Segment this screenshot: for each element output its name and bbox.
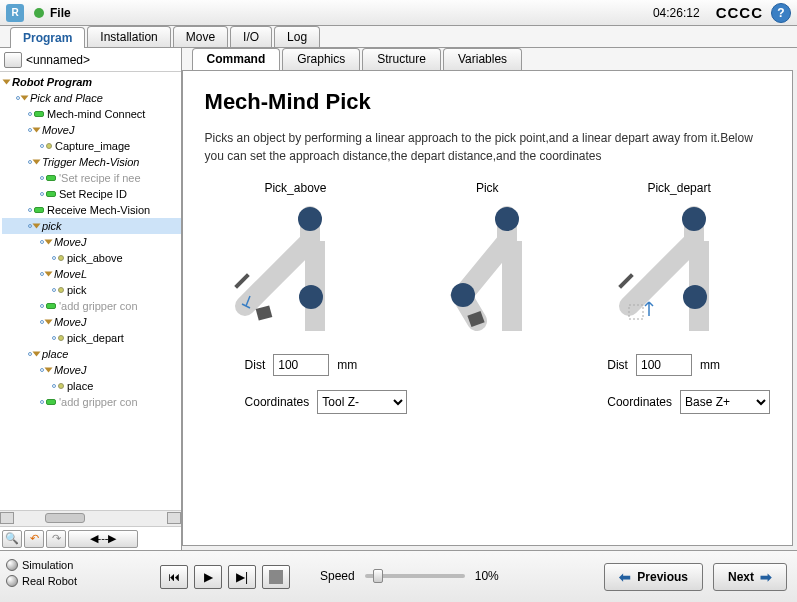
tri-icon — [45, 320, 53, 325]
tree-node[interactable]: MoveJ — [2, 122, 181, 138]
tree-label: MoveJ — [54, 314, 86, 330]
move-step-button[interactable]: ◀---▶ — [68, 530, 138, 548]
speed-label: Speed — [320, 569, 355, 583]
command-description: Picks an object by performing a linear a… — [205, 129, 770, 165]
tree-label: Mech-mind Connect — [47, 106, 145, 122]
tree-node[interactable]: place — [2, 346, 181, 362]
tri-icon — [21, 96, 29, 101]
tree-node[interactable]: Receive Mech-Vision — [2, 202, 181, 218]
svg-rect-12 — [618, 273, 634, 289]
diagram-label-approach: Pick_above — [205, 181, 387, 195]
previous-button[interactable]: ⬅Previous — [604, 563, 703, 591]
tri-icon — [33, 352, 41, 357]
depart-dist-input[interactable] — [636, 354, 692, 376]
tree-label: Set Recipe ID — [59, 186, 127, 202]
tree-node[interactable]: Trigger Mech-Vision — [2, 154, 181, 170]
main-tabs: ProgramInstallationMoveI/OLog — [0, 26, 797, 48]
tree-node[interactable]: pick — [2, 282, 181, 298]
simulation-radio[interactable] — [6, 559, 18, 571]
dist-label-approach: Dist — [245, 358, 266, 372]
tree-node[interactable]: Robot Program — [2, 74, 181, 90]
dot-icon — [46, 143, 52, 149]
play-button[interactable]: ▶ — [194, 565, 222, 589]
svg-point-6 — [495, 207, 519, 231]
command-tabs: CommandGraphicsStructureVariables — [182, 48, 797, 70]
approach-coord-select[interactable]: Tool Z- — [317, 390, 407, 414]
tree-label: 'add gripper con — [59, 394, 138, 410]
sub-tab-variables[interactable]: Variables — [443, 48, 522, 70]
real-robot-radio[interactable] — [6, 575, 18, 587]
dot-icon — [58, 255, 64, 261]
grn-icon — [46, 399, 56, 405]
main-tab-i/o[interactable]: I/O — [230, 26, 272, 47]
next-button[interactable]: Next➡ — [713, 563, 787, 591]
grn-icon — [46, 191, 56, 197]
tree-node[interactable]: pick — [2, 218, 181, 234]
diagram-label-depart: Pick_depart — [588, 181, 770, 195]
tree-node[interactable]: Mech-mind Connect — [2, 106, 181, 122]
undo-button[interactable]: ↶ — [24, 530, 44, 548]
tree-node[interactable]: MoveL — [2, 266, 181, 282]
tree-node[interactable]: pick_depart — [2, 330, 181, 346]
horizontal-scrollbar[interactable] — [0, 510, 181, 526]
tree-label: Receive Mech-Vision — [47, 202, 150, 218]
speed-slider[interactable] — [365, 574, 465, 578]
footer-bar: Simulation Real Robot ⏮ ▶ ▶| Speed 10% ⬅… — [0, 550, 797, 602]
tree-label: 'Set recipe if nee — [59, 170, 141, 186]
tree-label: MoveJ — [54, 234, 86, 250]
tree-node[interactable]: place — [2, 378, 181, 394]
tree-node[interactable]: pick_above — [2, 250, 181, 266]
tree-node[interactable]: MoveJ — [2, 362, 181, 378]
redo-button[interactable]: ↷ — [46, 530, 66, 548]
tree-node[interactable]: Pick and Place — [2, 90, 181, 106]
tree-label: Pick and Place — [30, 90, 103, 106]
coord-label-approach: Coordinates — [245, 395, 310, 409]
tree-node[interactable]: Set Recipe ID — [2, 186, 181, 202]
step-button[interactable]: ▶| — [228, 565, 256, 589]
real-robot-label: Real Robot — [22, 575, 77, 587]
help-button[interactable]: ? — [771, 3, 791, 23]
robot-depart-icon — [599, 201, 759, 331]
tri-icon — [33, 224, 41, 229]
tree-node[interactable]: Capture_image — [2, 138, 181, 154]
rewind-button[interactable]: ⏮ — [160, 565, 188, 589]
tri-icon — [45, 240, 53, 245]
tree-label: Capture_image — [55, 138, 130, 154]
tree-label: MoveL — [54, 266, 87, 282]
svg-point-1 — [298, 207, 322, 231]
tree-node[interactable]: 'Set recipe if nee — [2, 170, 181, 186]
tri-icon — [45, 272, 53, 277]
file-menu[interactable]: File — [50, 6, 71, 20]
dot-icon — [58, 335, 64, 341]
tree-label: pick_depart — [67, 330, 124, 346]
tree-label: pick — [67, 282, 87, 298]
tree-node[interactable]: MoveJ — [2, 314, 181, 330]
command-title: Mech-Mind Pick — [205, 89, 770, 115]
tree-label: place — [42, 346, 68, 362]
tree-label: pick_above — [67, 250, 123, 266]
main-tab-program[interactable]: Program — [10, 27, 85, 48]
unit-mm: mm — [337, 358, 357, 372]
tree-node[interactable]: 'add gripper con — [2, 298, 181, 314]
main-tab-move[interactable]: Move — [173, 26, 228, 47]
main-tab-log[interactable]: Log — [274, 26, 320, 47]
sub-tab-graphics[interactable]: Graphics — [282, 48, 360, 70]
tree-node[interactable]: 'add gripper con — [2, 394, 181, 410]
sub-tab-command[interactable]: Command — [192, 48, 281, 70]
tree-label: MoveJ — [42, 122, 74, 138]
command-panel: Mech-Mind Pick Picks an object by perfor… — [182, 70, 793, 546]
program-name: <unnamed> — [26, 53, 90, 67]
ur-logo-icon: R — [6, 4, 24, 22]
program-tree[interactable]: Robot ProgramPick and PlaceMech-mind Con… — [0, 72, 181, 510]
approach-dist-input[interactable] — [273, 354, 329, 376]
depart-coord-select[interactable]: Base Z+ — [680, 390, 770, 414]
sub-tab-structure[interactable]: Structure — [362, 48, 441, 70]
tree-node[interactable]: MoveJ — [2, 234, 181, 250]
save-icon[interactable] — [4, 52, 22, 68]
top-bar: R File 04:26:12 CCCC ? — [0, 0, 797, 26]
svg-point-10 — [682, 207, 706, 231]
stop-button[interactable] — [262, 565, 290, 589]
main-tab-installation[interactable]: Installation — [87, 26, 170, 47]
diagram-label-pick: Pick — [396, 181, 578, 195]
search-button[interactable]: 🔍 — [2, 530, 22, 548]
